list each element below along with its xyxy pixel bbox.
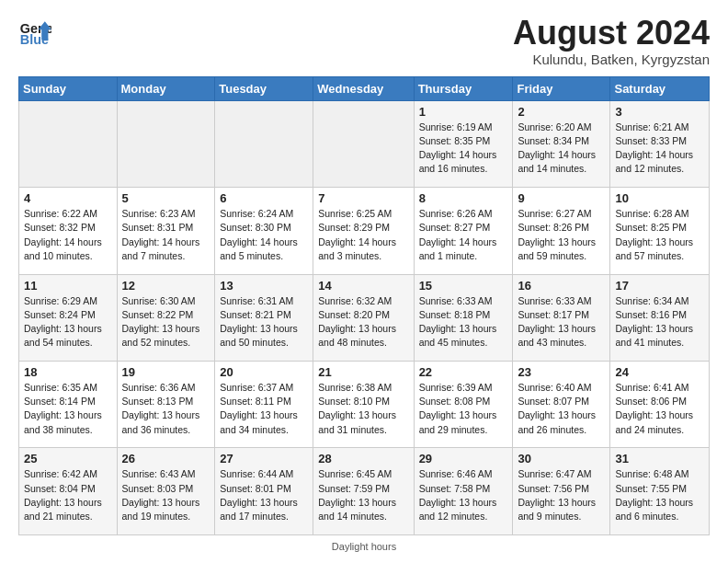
col-thursday: Thursday [414,76,513,100]
day-detail: Sunrise: 6:26 AMSunset: 8:27 PMDaylight:… [419,207,508,263]
day-detail: Sunrise: 6:28 AMSunset: 8:25 PMDaylight:… [615,207,704,263]
day-cell: 18Sunrise: 6:35 AMSunset: 8:14 PMDayligh… [19,362,118,448]
day-detail: Sunrise: 6:22 AMSunset: 8:32 PMDaylight:… [24,207,112,263]
col-sunday: Sunday [19,76,118,100]
day-cell: 11Sunrise: 6:29 AMSunset: 8:24 PMDayligh… [19,274,118,361]
day-detail: Sunrise: 6:48 AMSunset: 7:55 PMDaylight:… [615,467,704,523]
day-cell: 3Sunrise: 6:21 AMSunset: 8:33 PMDaylight… [610,100,710,187]
day-cell: 12Sunrise: 6:30 AMSunset: 8:22 PMDayligh… [117,274,215,361]
day-detail: Sunrise: 6:23 AMSunset: 8:31 PMDaylight:… [122,207,210,263]
header: General Blue August 2024 Kulundu, Batken… [18,15,710,67]
day-number: 20 [220,365,308,379]
day-detail: Sunrise: 6:32 AMSunset: 8:20 PMDaylight:… [318,294,408,350]
logo: General Blue [18,15,51,48]
day-cell: 19Sunrise: 6:36 AMSunset: 8:13 PMDayligh… [117,362,215,448]
day-number: 9 [518,191,605,205]
day-cell: 24Sunrise: 6:41 AMSunset: 8:06 PMDayligh… [610,362,710,448]
day-detail: Sunrise: 6:29 AMSunset: 8:24 PMDaylight:… [24,294,112,350]
page: General Blue August 2024 Kulundu, Batken… [0,0,728,563]
day-detail: Sunrise: 6:44 AMSunset: 8:01 PMDaylight:… [220,467,308,523]
day-detail: Sunrise: 6:46 AMSunset: 7:58 PMDaylight:… [419,467,508,523]
day-number: 13 [220,279,308,293]
day-detail: Sunrise: 6:34 AMSunset: 8:16 PMDaylight:… [615,294,704,350]
day-cell: 30Sunrise: 6:47 AMSunset: 7:56 PMDayligh… [513,448,610,535]
day-number: 1 [419,105,508,119]
day-cell: 1Sunrise: 6:19 AMSunset: 8:35 PMDaylight… [414,100,513,187]
day-cell: 13Sunrise: 6:31 AMSunset: 8:21 PMDayligh… [215,274,313,361]
day-detail: Sunrise: 6:43 AMSunset: 8:03 PMDaylight:… [122,467,210,523]
day-cell [215,100,313,187]
day-number: 28 [318,452,408,465]
header-row: Sunday Monday Tuesday Wednesday Thursday… [19,76,710,100]
day-detail: Sunrise: 6:39 AMSunset: 8:08 PMDaylight:… [419,381,508,437]
day-number: 16 [518,279,605,293]
day-detail: Sunrise: 6:20 AMSunset: 8:34 PMDaylight:… [518,121,605,177]
day-detail: Sunrise: 6:33 AMSunset: 8:18 PMDaylight:… [419,294,508,350]
day-number: 12 [122,279,210,293]
day-number: 29 [419,452,508,465]
day-number: 27 [220,452,308,465]
day-detail: Sunrise: 6:19 AMSunset: 8:35 PMDaylight:… [419,121,508,177]
day-cell: 27Sunrise: 6:44 AMSunset: 8:01 PMDayligh… [215,448,313,535]
day-detail: Sunrise: 6:47 AMSunset: 7:56 PMDaylight:… [518,467,605,523]
day-cell [117,100,215,187]
day-number: 5 [122,191,210,205]
col-saturday: Saturday [610,76,710,100]
day-number: 24 [615,365,704,379]
day-detail: Sunrise: 6:35 AMSunset: 8:14 PMDaylight:… [24,381,112,437]
day-number: 25 [24,452,112,465]
day-cell: 5Sunrise: 6:23 AMSunset: 8:31 PMDaylight… [117,188,215,274]
day-detail: Sunrise: 6:40 AMSunset: 8:07 PMDaylight:… [518,381,605,437]
day-number: 15 [419,279,508,293]
col-wednesday: Wednesday [313,76,414,100]
logo-icon: General Blue [18,15,51,48]
day-cell [313,100,414,187]
day-number: 7 [318,191,408,205]
day-number: 6 [220,191,308,205]
day-cell: 22Sunrise: 6:39 AMSunset: 8:08 PMDayligh… [414,362,513,448]
day-number: 26 [122,452,210,465]
day-number: 11 [24,279,112,293]
col-tuesday: Tuesday [215,76,313,100]
day-cell: 15Sunrise: 6:33 AMSunset: 8:18 PMDayligh… [414,274,513,361]
day-detail: Sunrise: 6:33 AMSunset: 8:17 PMDaylight:… [518,294,605,350]
day-cell: 21Sunrise: 6:38 AMSunset: 8:10 PMDayligh… [313,362,414,448]
day-number: 21 [318,365,408,379]
day-cell: 17Sunrise: 6:34 AMSunset: 8:16 PMDayligh… [610,274,710,361]
day-detail: Sunrise: 6:25 AMSunset: 8:29 PMDaylight:… [318,207,408,263]
day-detail: Sunrise: 6:37 AMSunset: 8:11 PMDaylight:… [220,381,308,437]
day-number: 2 [518,105,605,119]
day-number: 4 [24,191,112,205]
day-detail: Sunrise: 6:21 AMSunset: 8:33 PMDaylight:… [615,121,704,177]
day-cell: 8Sunrise: 6:26 AMSunset: 8:27 PMDaylight… [414,188,513,274]
day-number: 14 [318,279,408,293]
day-detail: Sunrise: 6:41 AMSunset: 8:06 PMDaylight:… [615,381,704,437]
day-cell: 10Sunrise: 6:28 AMSunset: 8:25 PMDayligh… [610,188,710,274]
month-title: August 2024 [513,15,710,52]
day-detail: Sunrise: 6:38 AMSunset: 8:10 PMDaylight:… [318,381,408,437]
title-block: August 2024 Kulundu, Batken, Kyrgyzstan [513,15,710,67]
day-number: 30 [518,452,605,465]
day-cell: 23Sunrise: 6:40 AMSunset: 8:07 PMDayligh… [513,362,610,448]
day-cell: 25Sunrise: 6:42 AMSunset: 8:04 PMDayligh… [19,448,118,535]
footer-note: Daylight hours [18,541,710,552]
col-monday: Monday [117,76,215,100]
day-number: 8 [419,191,508,205]
day-cell: 31Sunrise: 6:48 AMSunset: 7:55 PMDayligh… [610,448,710,535]
day-cell: 26Sunrise: 6:43 AMSunset: 8:03 PMDayligh… [117,448,215,535]
day-detail: Sunrise: 6:24 AMSunset: 8:30 PMDaylight:… [220,207,308,263]
week-row-0: 1Sunrise: 6:19 AMSunset: 8:35 PMDaylight… [19,100,710,187]
day-cell: 2Sunrise: 6:20 AMSunset: 8:34 PMDaylight… [513,100,610,187]
day-cell: 4Sunrise: 6:22 AMSunset: 8:32 PMDaylight… [19,188,118,274]
col-friday: Friday [513,76,610,100]
location: Kulundu, Batken, Kyrgyzstan [513,52,710,67]
day-number: 22 [419,365,508,379]
day-number: 19 [122,365,210,379]
week-row-2: 11Sunrise: 6:29 AMSunset: 8:24 PMDayligh… [19,274,710,361]
day-cell: 14Sunrise: 6:32 AMSunset: 8:20 PMDayligh… [313,274,414,361]
day-cell: 16Sunrise: 6:33 AMSunset: 8:17 PMDayligh… [513,274,610,361]
day-number: 3 [615,105,704,119]
day-cell: 29Sunrise: 6:46 AMSunset: 7:58 PMDayligh… [414,448,513,535]
day-number: 17 [615,279,704,293]
day-number: 23 [518,365,605,379]
